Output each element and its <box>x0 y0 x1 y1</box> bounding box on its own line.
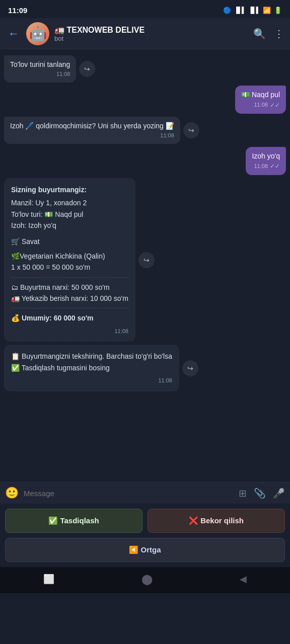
confirm-text: 📋 Buyurtmangizni tekshiring. Barchasi to… <box>11 351 172 362</box>
read-ticks: ✓✓ <box>270 101 280 110</box>
message-row: 💵 Naqd pul 11:08 ✓✓ <box>4 86 286 114</box>
chat-subtitle: bot <box>54 35 248 42</box>
back-button-reply[interactable]: ◀️ Ortga <box>5 538 285 562</box>
message-time: 11:08 <box>158 376 172 385</box>
incoming-bubble: To'lov turini tanlang 11:08 <box>4 55 76 83</box>
quick-replies: ✅ Tasdiqlash ❌ Bekor qilish <box>0 504 290 536</box>
back-nav-button[interactable]: ◀ <box>230 572 257 587</box>
chat-area: To'lov turini tanlang 11:08 ↪ 💵 Naqd pul… <box>0 49 290 482</box>
voice-icon[interactable]: 🎤 <box>273 488 285 499</box>
forward-button[interactable]: ↪ <box>182 360 198 376</box>
signal-icon2: ▐▌▌ <box>248 7 260 14</box>
bluetooth-icon: 🔵 <box>223 7 231 14</box>
message-row: To'lov turini tanlang 11:08 ↪ <box>4 55 286 83</box>
basket-label: 🛒 Savat <box>11 236 128 247</box>
status-bar: 11:09 🔵 ▐▌▌ ▐▌▌ 📶 🔋 <box>0 0 290 18</box>
chat-info: 🚛 TEXNOWEB DELIVE bot <box>54 25 248 42</box>
order-summary-bubble: Sizning buyurtmangiz: Manzil: Uy 1, xona… <box>4 178 135 342</box>
confirm-bubble: 📋 Buyurtmangizni tekshiring. Barchasi to… <box>4 345 179 391</box>
message-time: 11:08 <box>56 70 70 78</box>
message-time: 11:08 <box>254 163 268 171</box>
order-summary-row: Sizning buyurtmangiz: Manzil: Uy 1, xona… <box>4 178 286 342</box>
order-item-calc: 1 x 50 000 = 50 000 so'm <box>11 262 128 273</box>
order-title: Sizning buyurtmangiz: <box>11 184 128 195</box>
signal-icon: ▐▌▌ <box>234 7 246 14</box>
header-actions: 🔍 ⋮ <box>253 28 284 40</box>
divider <box>11 308 128 308</box>
cancel-label: ❌ Bekor qilish <box>189 516 244 525</box>
square-nav-button[interactable]: ⬜ <box>33 572 64 587</box>
divider <box>11 277 128 278</box>
order-address: Manzil: Uy 1, xonadon 2 <box>11 197 128 208</box>
confirm-button[interactable]: ✅ Tasdiqlash <box>5 509 142 533</box>
nav-bar: ⬜ ⬤ ◀ <box>0 567 290 593</box>
home-nav-button[interactable]: ⬤ <box>131 571 163 587</box>
cancel-button[interactable]: ❌ Bekor qilish <box>148 509 285 533</box>
message-input[interactable] <box>24 489 234 498</box>
message-input-area: 🙂 ⊞ 📎 🎤 <box>0 482 290 504</box>
forward-button[interactable]: ↪ <box>79 61 95 77</box>
sticker-icon[interactable]: ⊞ <box>239 488 247 499</box>
status-time: 11:09 <box>8 6 27 15</box>
order-note: Izoh: Izoh yo'q <box>11 220 128 231</box>
emoji-button[interactable]: 🙂 <box>5 487 19 500</box>
confirm-text2: ✅ Tasdiqlash tugmasini bosing <box>11 362 172 373</box>
back-label: ◀️ Ortga <box>129 545 161 554</box>
delivery-price: 🚛 Yetkazib berish narxi: 10 000 so'm <box>11 293 128 304</box>
forward-button[interactable]: ↪ <box>138 252 155 268</box>
order-total: 💰 Umumiy: 60 000 so'm <box>11 312 128 324</box>
message-text: Izoh 🖊️ qoldirmoqchimisiz? Uni shu yerda… <box>10 122 174 130</box>
message-row: Izoh yo'q 11:08 ✓✓ <box>4 147 286 175</box>
message-time: 11:08 <box>160 132 174 140</box>
order-payment: To'lov turi: 💵 Naqd pul <box>11 209 128 220</box>
input-icons: ⊞ 📎 🎤 <box>239 488 285 499</box>
message-text: To'lov turini tanlang <box>10 60 70 68</box>
message-time: 11:08 <box>254 101 268 109</box>
back-button[interactable]: ← <box>6 25 21 42</box>
attach-icon[interactable]: 📎 <box>254 488 266 499</box>
battery-icon: 🔋 <box>274 7 282 14</box>
outgoing-bubble: 💵 Naqd pul 11:08 ✓✓ <box>235 86 286 114</box>
status-icons: 🔵 ▐▌▌ ▐▌▌ 📶 🔋 <box>223 7 282 14</box>
outgoing-bubble: Izoh yo'q 11:08 ✓✓ <box>246 147 286 175</box>
message-row: Izoh 🖊️ qoldirmoqchimisiz? Uni shu yerda… <box>4 117 286 144</box>
message-text: Izoh yo'q <box>252 152 280 160</box>
confirm-label: ✅ Tasdiqlash <box>48 516 99 525</box>
incoming-bubble: Izoh 🖊️ qoldirmoqchimisiz? Uni shu yerda… <box>4 117 180 144</box>
forward-button[interactable]: ↪ <box>183 122 199 138</box>
order-price: 🗂 Buyurtma narxi: 50 000 so'm <box>11 282 128 293</box>
message-text: 💵 Naqd pul <box>241 91 280 99</box>
confirm-message-row: 📋 Buyurtmangizni tekshiring. Barchasi to… <box>4 345 286 391</box>
message-time: 11:08 <box>114 327 128 336</box>
read-ticks: ✓✓ <box>270 162 280 171</box>
menu-icon[interactable]: ⋮ <box>274 28 284 40</box>
chat-title: 🚛 TEXNOWEB DELIVE <box>54 25 248 35</box>
search-icon[interactable]: 🔍 <box>253 28 266 40</box>
avatar: 🤖 <box>26 22 49 45</box>
chat-header: ← 🤖 🚛 TEXNOWEB DELIVE bot 🔍 ⋮ <box>0 18 290 49</box>
wifi-icon: 📶 <box>263 7 271 14</box>
back-row: ◀️ Ortga <box>0 536 290 567</box>
order-item: 🌿Vegetarian Kichkina (Qalin) <box>11 251 128 262</box>
